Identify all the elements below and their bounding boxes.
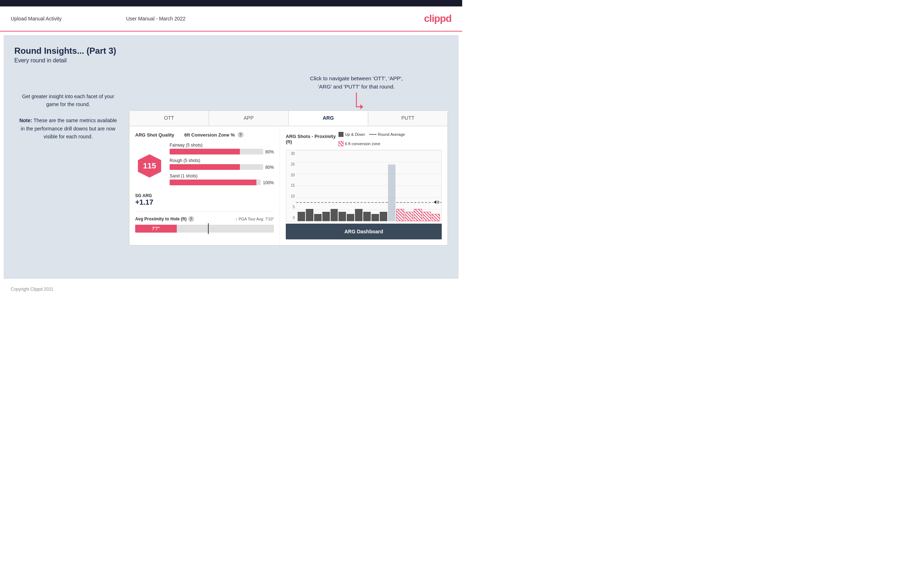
y-label-30: 30 [287,152,295,156]
tab-app[interactable]: APP [209,111,289,126]
fairway-pct: 80% [265,150,274,155]
chart-bar [314,214,321,221]
grid-0 [296,221,441,221]
proximity-section: Avg Proximity to Hole (ft) ? ↑ PGA Tour … [135,211,274,232]
card-body: ARG Shot Quality 6ft Conversion Zone % ? [129,126,447,245]
sand-pct: 100% [263,180,274,185]
sg-section: SG ARG +1.17 [135,193,274,206]
top-bar [0,0,462,6]
upload-link[interactable]: Upload Manual Activity [11,16,62,21]
page-subtitle: Every round in detail [15,57,448,64]
arrow-icon [347,92,365,112]
right-section: ARG Shots - Proximity (ft) Up & Down Rou… [280,126,447,245]
left-panel: Get greater insight into each facet of y… [15,71,122,245]
y-label-10: 10 [287,194,295,198]
doc-title: User Manual - March 2022 [126,16,186,21]
tabs-row: OTT APP ARG PUTT [129,111,447,126]
shot-quality-label: ARG Shot Quality [135,132,174,138]
chart-bar [331,209,338,221]
insight-text: Get greater insight into each facet of y… [15,92,122,140]
prox-header: Avg Proximity to Hole (ft) ? ↑ PGA Tour … [135,216,274,222]
y-label-0: 0 [287,216,295,220]
y-label-25: 25 [287,162,295,166]
chart-bar [363,212,371,221]
header-left: Upload Manual Activity User Manual - Mar… [11,16,186,21]
chart-inner: 8 [296,150,441,221]
rough-bar-row: Rough (5 shots) 80% [170,158,274,170]
footer: Copyright Clippd 2021 [0,282,462,296]
sg-arg-value: +1.17 [135,198,274,206]
tab-arg[interactable]: ARG [289,111,368,126]
chart-bar [338,212,346,221]
prox-help-icon[interactable]: ? [188,216,194,222]
prox-value: 7'7" [152,226,160,231]
pga-avg: ↑ PGA Tour Avg: 7'10" [236,217,274,221]
chart-bar [297,212,305,221]
chart-title: ARG Shots - Proximity (ft) [286,134,338,144]
prox-bar-track: 7'7" [135,225,274,232]
chart-header: ARG Shots - Proximity (ft) Up & Down Rou… [286,132,442,146]
hatch-bar [405,212,413,221]
hatch-bar [432,214,440,221]
tall-bar [388,164,396,221]
logo: clippd [424,13,451,24]
hatch-bar [396,209,404,221]
svg-marker-0 [360,104,363,109]
tab-ott[interactable]: OTT [129,111,209,126]
y-axis: 30 25 20 15 10 5 0 [286,150,296,221]
y-label-20: 20 [287,173,295,177]
chart-bar [347,214,354,221]
y-label-5: 5 [287,205,295,209]
sand-bar-row: Sand (1 shots) 100% [170,174,274,185]
hatch-bar [423,212,431,221]
bars-section: Fairway (5 shots) 80% [170,143,274,189]
chart-bar [322,212,330,221]
fairway-label: Fairway (5 shots) [170,143,274,148]
chart-bar [372,214,379,221]
help-icon[interactable]: ? [238,132,244,138]
prox-marker [208,223,209,234]
conversion-label: 6ft Conversion Zone % [184,132,235,138]
header: Upload Manual Activity User Manual - Mar… [0,6,462,32]
chart-area: 30 25 20 15 10 5 0 [286,150,442,221]
main-content: Round Insights... (Part 3) Every round i… [3,35,459,279]
hatch-bar [414,209,422,221]
sand-label: Sand (1 shots) [170,174,274,179]
nav-annotation: Click to navigate between 'OTT', 'APP', … [294,71,419,91]
left-section: ARG Shot Quality 6ft Conversion Zone % ? [129,126,280,245]
prox-label: Avg Proximity to Hole (ft) ? [135,216,194,222]
page-title: Round Insights... (Part 3) [15,46,448,56]
bars-container [296,150,441,221]
dashboard-card: OTT APP ARG PUTT ARG Shot Quality 6ft Co… [129,110,448,245]
rough-pct: 80% [265,165,274,170]
legend-round-avg: Round Average [369,132,405,137]
hex-number: 115 [143,161,156,171]
rough-label: Rough (5 shots) [170,158,274,163]
sg-arg-label: SG ARG [135,193,274,198]
shot-quality-row: 115 Fairway (5 shots) [135,143,274,189]
nav-annotation-area: Click to navigate between 'OTT', 'APP', … [129,71,448,112]
legend-updown: Up & Down [338,132,365,137]
chart-bar [306,209,313,221]
arg-dashboard-button[interactable]: ARG Dashboard [286,224,442,239]
hexagon-container: 115 [135,143,164,189]
fairway-bar-row: Fairway (5 shots) 80% [170,143,274,155]
legend: Up & Down Round Average 6 ft conversion … [338,132,442,146]
chart-bar [355,209,362,221]
chart-bar [380,212,387,221]
legend-6ft: 6 ft conversion zone [338,141,380,146]
y-label-15: 15 [287,184,295,187]
hexagon: 115 [137,153,162,179]
tab-putt[interactable]: PUTT [368,111,447,126]
section-header: ARG Shot Quality 6ft Conversion Zone % ? [135,132,274,138]
